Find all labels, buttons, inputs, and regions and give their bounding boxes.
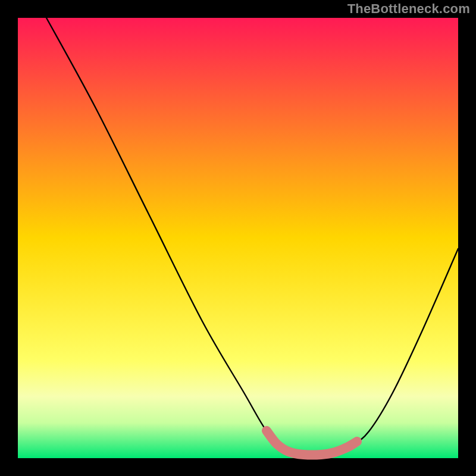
- watermark-text: TheBottleneck.com: [347, 1, 470, 17]
- chart-frame: TheBottleneck.com: [0, 0, 476, 476]
- plot-background: [18, 18, 458, 458]
- chart-canvas: [0, 0, 476, 476]
